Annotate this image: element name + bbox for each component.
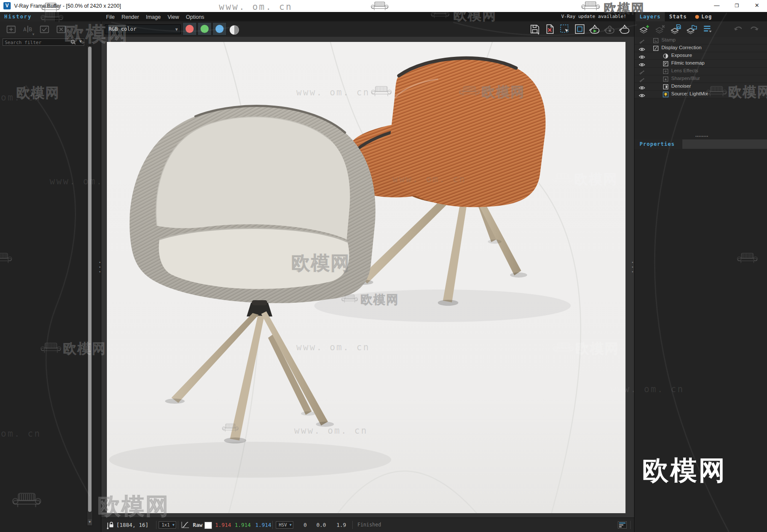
- history-panel: ▼ ▼: [0, 37, 101, 532]
- hsv-value-h: 0: [304, 518, 307, 532]
- menu-view[interactable]: View: [168, 12, 179, 22]
- properties-body: [634, 149, 767, 532]
- green-channel-toggle[interactable]: [198, 22, 212, 35]
- pixel-pin-lock-icon[interactable]: [106, 521, 114, 529]
- layer-label: Source: LightMix: [671, 91, 708, 96]
- visibility-eye-icon[interactable]: [639, 77, 645, 81]
- status-bar: [1884, 16] 1x1▼ Raw 1.914 1.914 1.914 HS…: [101, 517, 634, 532]
- save-image-button[interactable]: [529, 23, 541, 35]
- menu-render[interactable]: Render: [121, 12, 139, 22]
- blue-channel-toggle[interactable]: [212, 22, 227, 35]
- history-toolbar: AB▼: [0, 21, 101, 37]
- tab-history[interactable]: History: [0, 12, 56, 21]
- render-last-button[interactable]: [619, 23, 631, 35]
- log-alert-dot: [695, 15, 699, 19]
- stop-render-button[interactable]: [604, 23, 616, 35]
- set-image-b-button[interactable]: [55, 23, 67, 35]
- window-title: V-Ray Frame Buffer - [50.0% of 2420 x 22…: [14, 3, 121, 9]
- search-icon: [71, 39, 76, 45]
- visibility-eye-icon[interactable]: [639, 69, 645, 74]
- blue-channel-icon: [215, 25, 224, 33]
- undo-button[interactable]: [732, 23, 744, 35]
- channel-select-dropdown[interactable]: RGB color ▼: [105, 24, 181, 34]
- rendered-image[interactable]: [107, 42, 625, 513]
- pixel-value-green: 1.914: [235, 518, 251, 532]
- visibility-eye-icon[interactable]: [639, 38, 645, 43]
- add-layer-button[interactable]: [638, 23, 650, 35]
- start-render-button[interactable]: [589, 23, 601, 35]
- render-scene: [107, 42, 625, 513]
- frame-buffer-canvas: [101, 37, 634, 517]
- visibility-eye-icon[interactable]: [639, 61, 645, 66]
- menu-options[interactable]: Options: [186, 12, 204, 22]
- layer-label: Filmic tonemap: [671, 60, 705, 65]
- vray-logo-icon: V: [3, 2, 11, 9]
- colorspace-dropdown[interactable]: HSV▼: [276, 521, 293, 529]
- layer-type-icon: [663, 92, 669, 98]
- chevron-down-icon: ▼: [172, 522, 174, 528]
- red-channel-toggle[interactable]: [183, 22, 197, 35]
- layer-type-icon: [663, 61, 669, 67]
- save-layer-tree-button[interactable]: [670, 23, 682, 35]
- layer-label: Exposure: [671, 53, 692, 58]
- menu-file[interactable]: File: [106, 12, 115, 22]
- redo-button[interactable]: [748, 23, 760, 35]
- pixel-value-blue: 1.914: [255, 518, 271, 532]
- layer-type-icon: [653, 38, 659, 44]
- square-region-button[interactable]: [574, 23, 586, 35]
- pixel-color-swatch: [204, 522, 212, 529]
- layer-row[interactable]: Exposure: [634, 52, 767, 60]
- title-bar: V V-Ray Frame Buffer - [50.0% of 2420 x …: [0, 0, 767, 12]
- update-notice[interactable]: V-Ray update available!: [557, 12, 626, 21]
- load-layer-tree-button[interactable]: [686, 23, 698, 35]
- layer-row[interactable]: Stamp: [634, 37, 767, 44]
- curve-display-icon[interactable]: [181, 521, 189, 529]
- visibility-eye-icon[interactable]: [639, 84, 645, 89]
- layer-row[interactable]: Sharpen/Blur: [634, 75, 767, 83]
- minimize-button[interactable]: —: [707, 0, 727, 12]
- layer-row[interactable]: Source: LightMix: [634, 91, 767, 98]
- layer-row[interactable]: Lens Effects: [634, 68, 767, 75]
- layer-row[interactable]: Display Correction: [634, 44, 767, 52]
- compare-ab-button[interactable]: AB▼: [22, 23, 34, 35]
- rgb-alpha-swatch[interactable]: [228, 24, 240, 36]
- svg-text:A: A: [23, 26, 27, 33]
- color-mode-label: Raw: [193, 518, 203, 532]
- visibility-eye-icon[interactable]: [639, 92, 645, 97]
- left-panel-resize-grip[interactable]: •••: [99, 260, 101, 275]
- search-options-caret[interactable]: ▼: [79, 39, 83, 44]
- close-button[interactable]: ✕: [747, 0, 767, 12]
- add-to-history-button[interactable]: [5, 23, 17, 35]
- tab-stats[interactable]: Stats: [665, 12, 691, 21]
- tab-log[interactable]: Log: [691, 12, 716, 21]
- chevron-down-icon: ▼: [289, 522, 292, 528]
- top-strip: History FileRenderImageViewOptions V-Ray…: [0, 12, 767, 22]
- search-box: ▼: [3, 38, 84, 46]
- stats-toggle-icon[interactable]: [618, 521, 627, 529]
- scrollbar-thumb[interactable]: [88, 47, 91, 512]
- splitter-grip[interactable]: ▪▪▪▪▪▪▪▪: [685, 134, 719, 138]
- pixel-coordinates: [1884, 16]: [116, 518, 148, 532]
- tab-properties[interactable]: Properties: [634, 139, 682, 149]
- maximize-button[interactable]: ❐: [727, 0, 747, 12]
- layers-toolbar: [634, 21, 767, 37]
- layers-menu-button[interactable]: [702, 23, 714, 35]
- scrollbar-down-arrow[interactable]: ▼: [88, 519, 92, 525]
- layer-type-icon: [663, 76, 669, 82]
- set-image-a-button[interactable]: [38, 23, 50, 35]
- layer-row[interactable]: Filmic tonemap: [634, 60, 767, 68]
- delete-layer-button[interactable]: [654, 23, 666, 35]
- search-input[interactable]: [4, 39, 70, 46]
- visibility-eye-icon[interactable]: [639, 53, 645, 58]
- green-channel-icon: [201, 25, 209, 33]
- region-render-button[interactable]: [559, 23, 571, 35]
- tab-layers[interactable]: Layers: [635, 12, 665, 21]
- visibility-eye-icon[interactable]: [639, 46, 645, 50]
- menu-image[interactable]: Image: [146, 12, 161, 22]
- pixel-ratio-dropdown[interactable]: 1x1▼: [159, 521, 176, 529]
- svg-text:B: B: [29, 26, 32, 33]
- red-channel-icon: [186, 25, 194, 33]
- right-panel-resize-grip[interactable]: •••: [631, 260, 634, 275]
- layer-row[interactable]: Denoiser: [634, 83, 767, 91]
- clear-image-button[interactable]: [544, 23, 556, 35]
